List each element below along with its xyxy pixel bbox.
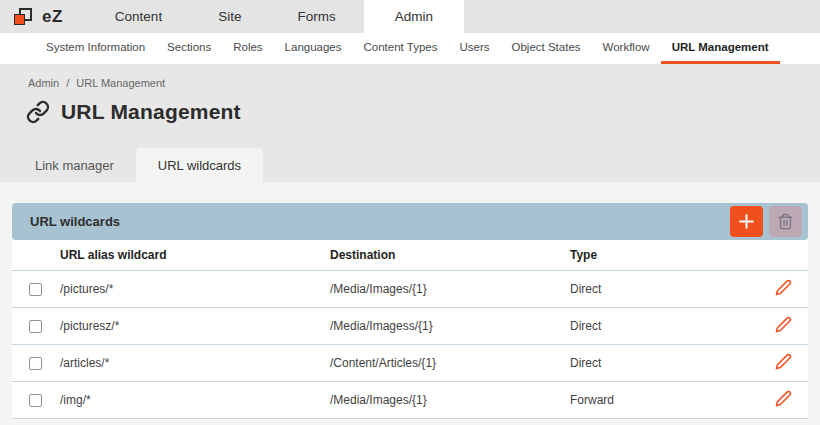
wildcards-table: URL alias wildcard Destination Type /pic… (12, 240, 808, 419)
cell-type: Direct (570, 270, 758, 307)
admin-subnav: System Information Sections Roles Langua… (0, 33, 820, 64)
cell-url-alias-wildcard: /picturesz/* (60, 307, 330, 344)
edit-row-button[interactable] (775, 279, 792, 296)
pencil-icon (775, 390, 792, 407)
tab[interactable]: URL wildcards (136, 148, 263, 182)
ez-logo-icon (14, 7, 35, 26)
cell-type: Forward (570, 381, 758, 418)
table-row: /pictures/* /Media/Images/{1} Direct (12, 270, 808, 307)
breadcrumb-current: URL Management (76, 77, 165, 89)
subnav-item[interactable]: Users (448, 33, 500, 64)
pencil-icon (775, 353, 792, 370)
main-nav-item[interactable]: Site (190, 0, 269, 33)
cell-url-alias-wildcard: /pictures/* (60, 270, 330, 307)
row-checkbox[interactable] (29, 320, 42, 333)
main-nav-item[interactable]: Forms (269, 0, 363, 33)
tab[interactable]: Link manager (13, 148, 136, 182)
subnav-item[interactable]: URL Management (661, 33, 780, 64)
col-url-alias-wildcard: URL alias wildcard (60, 240, 330, 270)
col-type: Type (570, 240, 758, 270)
subnav-item[interactable]: Languages (274, 33, 353, 64)
table-header-row: URL alias wildcard Destination Type (12, 240, 808, 270)
edit-row-button[interactable] (775, 316, 792, 333)
cell-type: Direct (570, 344, 758, 381)
ez-logo[interactable]: eZ (0, 0, 73, 33)
table-row: /picturesz/* /Media/Imagess/{1} Direct (12, 307, 808, 344)
url-wildcards-panel-header: URL wildcards (12, 203, 808, 240)
link-icon (26, 100, 50, 124)
edit-row-button[interactable] (775, 390, 792, 407)
row-checkbox[interactable] (29, 283, 42, 296)
breadcrumb-separator: / (66, 77, 69, 89)
table-row: /articles/* /Content/Articles/{1} Direct (12, 344, 808, 381)
content-area: URL wildcards (0, 182, 820, 425)
cell-url-alias-wildcard: /img/* (60, 381, 330, 418)
main-nav-item[interactable]: Admin (364, 0, 464, 33)
page-title-text: URL Management (61, 100, 241, 124)
add-wildcard-button[interactable] (730, 206, 763, 237)
page-header: Admin / URL Management URL Management Li… (0, 64, 820, 182)
cell-destination: /Media/Images/{1} (330, 270, 570, 307)
subnav-item[interactable]: Roles (222, 33, 273, 64)
delete-wildcard-button[interactable] (769, 206, 802, 237)
subnav-item[interactable]: Object States (501, 33, 592, 64)
logo-text: eZ (42, 7, 63, 27)
page-title: URL Management (26, 100, 820, 124)
tabs: Link manager URL wildcards (13, 148, 263, 182)
subnav-item[interactable]: Content Types (353, 33, 449, 64)
pencil-icon (775, 316, 792, 333)
edit-row-button[interactable] (775, 353, 792, 370)
topbar: eZ Content Site Forms Admin (0, 0, 820, 33)
cell-type: Direct (570, 307, 758, 344)
main-nav: Content Site Forms Admin (87, 0, 464, 33)
cell-url-alias-wildcard: /articles/* (60, 344, 330, 381)
subnav-item[interactable]: System Information (35, 33, 156, 64)
subnav-item[interactable]: Workflow (592, 33, 661, 64)
panel-title: URL wildcards (30, 214, 724, 229)
cell-destination: /Media/Imagess/{1} (330, 307, 570, 344)
cell-destination: /Media/Images/{1} (330, 381, 570, 418)
breadcrumb: Admin / URL Management (0, 64, 820, 89)
subnav-item[interactable]: Sections (156, 33, 222, 64)
row-checkbox[interactable] (29, 357, 42, 370)
col-destination: Destination (330, 240, 570, 270)
table-row: /img/* /Media/Images/{1} Forward (12, 381, 808, 418)
pencil-icon (775, 279, 792, 296)
cell-destination: /Content/Articles/{1} (330, 344, 570, 381)
main-nav-item[interactable]: Content (87, 0, 190, 33)
row-checkbox[interactable] (29, 394, 42, 407)
plus-icon (737, 212, 756, 231)
trash-icon (777, 213, 794, 230)
breadcrumb-admin[interactable]: Admin (28, 77, 59, 89)
